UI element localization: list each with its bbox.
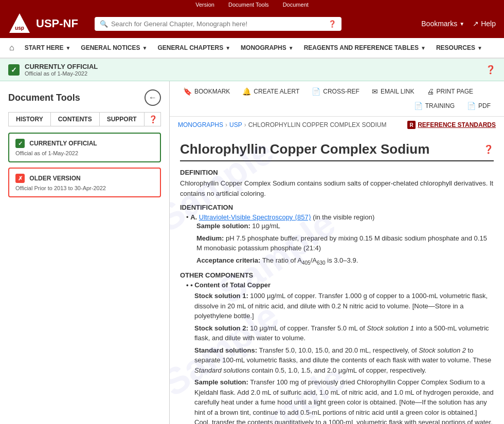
- email-icon: ✉: [372, 87, 378, 96]
- cross-ref-icon: 📄: [312, 87, 320, 96]
- status-help-icon[interactable]: ❓: [485, 65, 496, 75]
- general-chapters-chevron: ▼: [225, 45, 230, 51]
- current-version-title: ✓ CURRENTLY OFFICIAL: [15, 139, 154, 148]
- create-alert-button[interactable]: 🔔 CREATE ALERT: [237, 85, 304, 98]
- bullet-a-label: A.: [190, 213, 197, 221]
- doc-toolbar: 🔖 BOOKMARK 🔔 CREATE ALERT 📄 CROSS-REF ✉ …: [170, 81, 504, 117]
- document-link[interactable]: Document: [283, 2, 309, 8]
- other-components-heading: OTHER COMPONENTS: [180, 271, 494, 279]
- spectroscopy-link[interactable]: Ultraviolet-Visible Spectroscopy ⟨857⟩: [199, 213, 311, 221]
- pdf-button[interactable]: 📄 PDF: [462, 100, 496, 112]
- status-text: CURRENTLY OFFICIAL Official as of 1-May-…: [25, 63, 98, 77]
- sample-solution-copper-row: Sample solution: Transfer 100 mg of prev…: [194, 377, 494, 424]
- sidebar-title: Document Tools: [8, 93, 80, 103]
- site-title: USP-NF: [36, 17, 78, 30]
- toolbar-row1: 🔖 BOOKMARK 🔔 CREATE ALERT 📄 CROSS-REF ✉ …: [178, 85, 496, 98]
- content-copper-bullet: • Content of Total Copper: [186, 281, 494, 289]
- print-page-button[interactable]: 🖨 PRINT PAGE: [422, 85, 479, 98]
- sample-solution-label: Sample solution:: [196, 222, 250, 230]
- cross-ref-button[interactable]: 📄 CROSS-REF: [307, 85, 365, 98]
- status-bar: ✓ CURRENTLY OFFICIAL Official as of 1-Ma…: [0, 59, 504, 81]
- navbar: ⌂ START HERE ▼ GENERAL NOTICES ▼ GENERAL…: [0, 38, 504, 59]
- back-button[interactable]: ←: [145, 89, 161, 106]
- document-tools-link[interactable]: Document Tools: [228, 2, 269, 8]
- current-version-card: ✓ CURRENTLY OFFICIAL Official as of 1-Ma…: [8, 133, 161, 162]
- stock-solution-2-row: Stock solution 2: 10 µg/mL of copper. Tr…: [194, 323, 494, 343]
- svg-text:usp: usp: [15, 25, 24, 31]
- sample-solution-copper-label: Sample solution:: [194, 378, 248, 386]
- older-version-date: Official Prior to 2013 to 30-Apr-2022: [15, 185, 154, 191]
- search-help-icon[interactable]: ❓: [328, 20, 336, 28]
- toolbar-row2: 📄 TRAINING 📄 PDF: [178, 100, 496, 112]
- cross-ref-label: CROSS-REF: [323, 88, 359, 95]
- header-right: Bookmarks ▼ ↗ Help: [421, 20, 496, 28]
- training-icon: 📄: [414, 102, 423, 110]
- older-version-card: ✗ OLDER VERSION Official Prior to 2013 t…: [8, 168, 161, 197]
- general-notices-chevron: ▼: [142, 45, 147, 51]
- search-bar[interactable]: 🔍 ❓: [95, 17, 341, 31]
- email-link-button[interactable]: ✉ EMAIL LINK: [367, 85, 420, 98]
- sample-solution-value: 10 µg/mL: [252, 222, 280, 230]
- nav-general-chapters[interactable]: GENERAL CHAPTERS ▼: [152, 39, 236, 57]
- reference-standards-label: REFERENCE STANDARDS: [418, 121, 496, 128]
- nav-start-here[interactable]: START HERE ▼: [20, 39, 76, 57]
- bullet-a-after-link: (in the visible region): [313, 213, 374, 221]
- acceptance-label: Acceptance criteria:: [196, 256, 260, 264]
- tab-support[interactable]: SUPPORT: [100, 113, 145, 126]
- logo-area: usp USP-NF: [8, 12, 78, 35]
- current-version-date: Official as of 1-May-2022: [15, 150, 154, 156]
- breadcrumb-monographs[interactable]: MONOGRAPHS: [178, 121, 223, 128]
- status-date: Official as of 1-May-2022: [25, 70, 98, 77]
- pdf-label: PDF: [478, 102, 491, 109]
- identification-heading: IDENTIFICATION: [180, 204, 494, 211]
- breadcrumb-current: CHLOROPHYLLIN COPPER COMPLEX SODIUM: [248, 121, 387, 128]
- doc-content: Sample Sample Sample Sample Chlorophylli…: [170, 133, 504, 424]
- usp-logo: usp: [8, 12, 31, 35]
- nav-monographs[interactable]: MONOGRAPHS ▼: [236, 39, 299, 57]
- standard-solutions-row: Standard solutions: Transfer 5.0, 10.0, …: [194, 345, 494, 376]
- bookmarks-label: Bookmarks: [421, 20, 457, 28]
- bookmark-label: BOOKMARK: [194, 88, 230, 95]
- bookmark-button[interactable]: 🔖 BOOKMARK: [178, 85, 235, 98]
- document-title: Chlorophyllin Copper Complex Sodium ❓: [180, 141, 494, 161]
- sample-solution-row: Sample solution: 10 µg/mL: [196, 221, 494, 231]
- bookmarks-button[interactable]: Bookmarks ▼: [421, 20, 464, 28]
- alert-bell-icon: 🔔: [242, 87, 251, 96]
- older-version-title: ✗ OLDER VERSION: [15, 174, 154, 183]
- stock-solution-2-label: Stock solution 2:: [194, 324, 248, 332]
- medium-label: Medium:: [196, 234, 224, 242]
- monographs-chevron: ▼: [289, 45, 294, 51]
- start-here-chevron: ▼: [65, 45, 70, 51]
- nav-resources[interactable]: RESOURCES ▼: [431, 39, 488, 57]
- version-link[interactable]: Version: [195, 2, 214, 8]
- search-icon: 🔍: [100, 20, 108, 28]
- print-page-label: PRINT PAGE: [437, 88, 474, 95]
- status-label: CURRENTLY OFFICIAL: [25, 63, 98, 70]
- nav-home[interactable]: ⌂: [4, 38, 20, 58]
- bookmark-icon: 🔖: [183, 87, 192, 96]
- doc-title-help-icon[interactable]: ❓: [483, 144, 494, 154]
- help-button[interactable]: ↗ Help: [473, 20, 496, 28]
- tab-contents[interactable]: CONTENTS: [51, 113, 100, 126]
- definition-heading: DEFINITION: [180, 169, 494, 176]
- content-area: 🔖 BOOKMARK 🔔 CREATE ALERT 📄 CROSS-REF ✉ …: [170, 81, 504, 424]
- training-button[interactable]: 📄 TRAINING: [409, 100, 460, 112]
- tab-history[interactable]: HISTORY: [9, 113, 51, 126]
- resources-chevron: ▼: [477, 45, 482, 51]
- identification-bullet-a: A. Ultraviolet-Visible Spectroscopy ⟨857…: [186, 213, 494, 266]
- sidebar-header: Document Tools ←: [8, 89, 161, 106]
- external-link-icon: ↗: [473, 20, 479, 28]
- training-label: TRAINING: [425, 102, 455, 109]
- status-checkmark-icon: ✓: [8, 64, 20, 76]
- nav-general-notices[interactable]: GENERAL NOTICES ▼: [76, 39, 152, 57]
- search-input[interactable]: [111, 20, 325, 28]
- sidebar-tabs: HISTORY CONTENTS SUPPORT ❓: [8, 112, 161, 126]
- breadcrumb: MONOGRAPHS › USP › CHLOROPHYLLIN COPPER …: [170, 117, 504, 133]
- main-layout: Document Tools ← HISTORY CONTENTS SUPPOR…: [0, 81, 504, 424]
- nav-reagents[interactable]: REAGENTS AND REFERENCE TABLES ▼: [299, 39, 431, 57]
- stock-solution-1-row: Stock solution 1: 1000 µg/mL of copper. …: [194, 291, 494, 321]
- reference-standards-link[interactable]: R REFERENCE STANDARDS: [407, 121, 496, 129]
- medium-value: pH 7.5 phosphate buffer, prepared by mix…: [196, 234, 487, 252]
- sidebar-tabs-help-icon[interactable]: ❓: [145, 113, 161, 125]
- breadcrumb-usp[interactable]: USP: [229, 121, 242, 128]
